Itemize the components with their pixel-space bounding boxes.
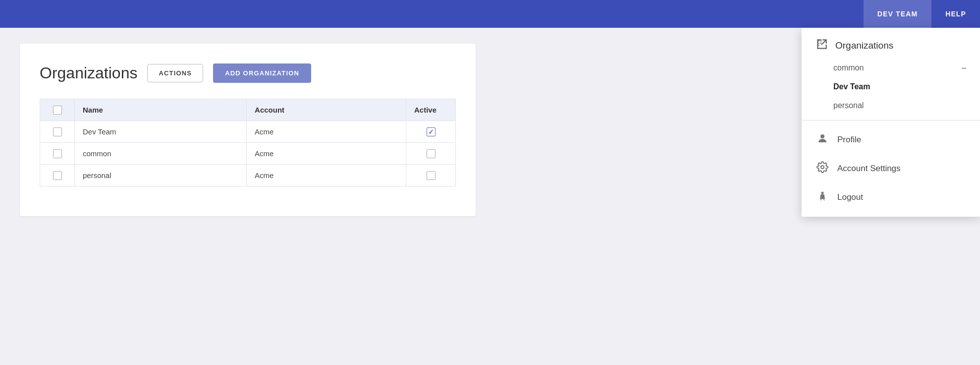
navbar: DEV TEAM HELP: [0, 0, 980, 28]
row-checkbox[interactable]: [53, 127, 62, 136]
svg-point-5: [820, 134, 824, 138]
account-settings-icon: [816, 161, 829, 176]
table-row: commonAcme: [40, 143, 456, 165]
dropdown-orgs-section: Organizations common – Dev Team personal: [802, 28, 980, 121]
col-header-account: Account: [247, 99, 406, 121]
table-header-row: Name Account Active: [40, 99, 456, 121]
row-checkbox-cell: [40, 165, 75, 186]
row-name: common: [75, 143, 247, 165]
dropdown-logout-row[interactable]: Logout: [802, 183, 980, 212]
dropdown-orgs-label: Organizations: [835, 40, 893, 51]
logout-label: Logout: [837, 192, 863, 202]
col-header-name: Name: [75, 99, 247, 121]
row-account: Acme: [247, 121, 406, 143]
nav-help[interactable]: HELP: [931, 0, 980, 28]
profile-icon: [816, 132, 829, 147]
organizations-icon: [816, 38, 828, 54]
dropdown-account-settings-row[interactable]: Account Settings: [802, 154, 980, 183]
table-row: Dev TeamAcme: [40, 121, 456, 143]
active-checkbox-unchecked[interactable]: [427, 149, 436, 158]
actions-button[interactable]: ACTIONS: [147, 64, 203, 82]
row-checkbox-cell: [40, 143, 75, 165]
dropdown-org-devteam[interactable]: Dev Team: [802, 77, 980, 96]
dropdown-menu: Organizations common – Dev Team personal…: [802, 28, 980, 217]
dropdown-orgs-header: Organizations: [802, 33, 980, 59]
nav-devteam[interactable]: DEV TEAM: [864, 0, 931, 28]
row-active: [406, 121, 456, 143]
svg-point-7: [821, 192, 824, 194]
page-title: Organizations: [40, 64, 137, 82]
col-header-checkbox: [40, 99, 75, 121]
svg-rect-0: [818, 40, 819, 41]
row-account: Acme: [247, 165, 406, 186]
svg-rect-2: [818, 43, 819, 44]
col-header-active: Active: [406, 99, 456, 121]
dropdown-org-common[interactable]: common –: [802, 59, 980, 77]
row-checkbox[interactable]: [53, 171, 62, 180]
active-checkbox-checked[interactable]: [427, 127, 436, 136]
select-all-checkbox[interactable]: [53, 106, 62, 115]
row-account: Acme: [247, 143, 406, 165]
dropdown-org-personal[interactable]: personal: [802, 96, 980, 115]
dropdown-user-section: Profile Account Settings Logout: [802, 121, 980, 217]
row-active: [406, 143, 456, 165]
account-settings-label: Account Settings: [837, 164, 901, 174]
table-row: personalAcme: [40, 165, 456, 186]
add-organization-button[interactable]: ADD ORGANIZATION: [213, 63, 311, 83]
page-header: Organizations ACTIONS ADD ORGANIZATION: [40, 63, 456, 83]
org-common-dash: –: [962, 63, 966, 72]
organizations-table: Name Account Active Dev TeamAcmecommonAc…: [40, 99, 456, 186]
svg-rect-4: [818, 45, 819, 46]
row-name: Dev Team: [75, 121, 247, 143]
svg-point-6: [821, 166, 824, 169]
dropdown-profile-row[interactable]: Profile: [802, 125, 980, 154]
row-checkbox[interactable]: [53, 149, 62, 158]
row-name: personal: [75, 165, 247, 186]
content-card: Organizations ACTIONS ADD ORGANIZATION N…: [20, 44, 476, 216]
svg-rect-3: [820, 43, 821, 44]
row-checkbox-cell: [40, 121, 75, 143]
active-checkbox-unchecked[interactable]: [427, 171, 436, 180]
row-active: [406, 165, 456, 186]
profile-label: Profile: [837, 135, 861, 145]
svg-rect-1: [820, 40, 821, 41]
logout-icon: [816, 190, 829, 205]
